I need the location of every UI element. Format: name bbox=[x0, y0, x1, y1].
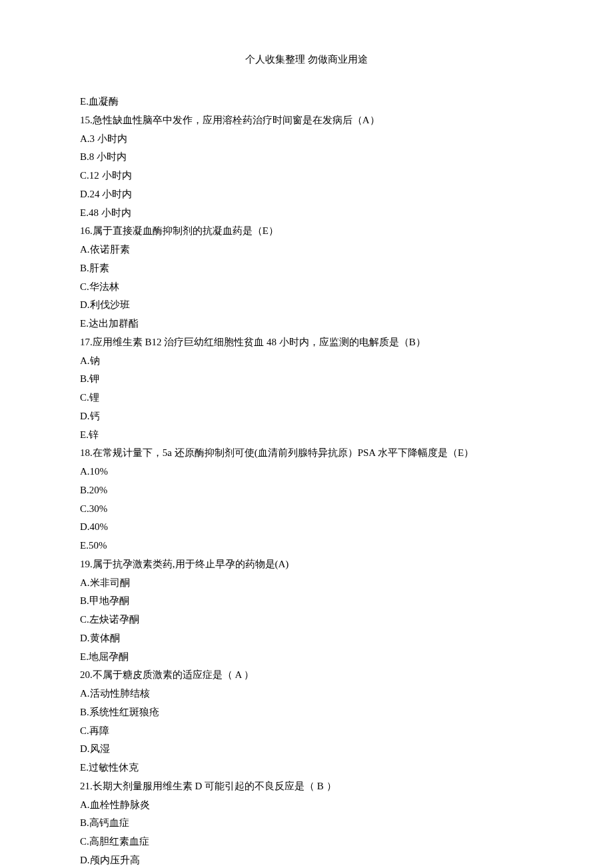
text-line: 15.急性缺血性脑卒中发作，应用溶栓药治疗时间窗是在发病后（A） bbox=[80, 111, 533, 130]
text-line: D.24 小时内 bbox=[80, 185, 533, 204]
text-line: B.甲地孕酮 bbox=[80, 592, 533, 611]
text-line: B.20% bbox=[80, 481, 533, 500]
text-line: B.钾 bbox=[80, 370, 533, 389]
text-line: E.锌 bbox=[80, 426, 533, 445]
text-line: 19.属于抗孕激素类药,用于终止早孕的药物是(A) bbox=[80, 555, 533, 574]
text-line: C.12 小时内 bbox=[80, 167, 533, 185]
text-line: D.钙 bbox=[80, 407, 533, 426]
document-content: E.血凝酶15.急性缺血性脑卒中发作，应用溶栓药治疗时间窗是在发病后（A）A.3… bbox=[80, 93, 533, 868]
text-line: A.米非司酮 bbox=[80, 574, 533, 593]
text-line: 21.长期大剂量服用维生素 D 可能引起的不良反应是（ B ） bbox=[80, 777, 533, 796]
text-line: C.30% bbox=[80, 500, 533, 519]
page-header: 个人收集整理 勿做商业用途 bbox=[80, 53, 533, 66]
text-line: D.黄体酮 bbox=[80, 629, 533, 648]
text-line: E.过敏性休克 bbox=[80, 759, 533, 777]
text-line: C.左炔诺孕酮 bbox=[80, 611, 533, 629]
text-line: B.8 小时内 bbox=[80, 148, 533, 167]
text-line: A.活动性肺结核 bbox=[80, 685, 533, 703]
text-line: B.高钙血症 bbox=[80, 814, 533, 833]
text-line: E.地屈孕酮 bbox=[80, 648, 533, 667]
text-line: A.依诺肝素 bbox=[80, 241, 533, 259]
document-page: 个人收集整理 勿做商业用途 E.血凝酶15.急性缺血性脑卒中发作，应用溶栓药治疗… bbox=[0, 0, 613, 868]
text-line: A.钠 bbox=[80, 352, 533, 371]
text-line: E.50% bbox=[80, 537, 533, 555]
text-line: C.再障 bbox=[80, 722, 533, 741]
text-line: D.利伐沙班 bbox=[80, 296, 533, 315]
text-line: D.40% bbox=[80, 518, 533, 537]
text-line: 16.属于直接凝血酶抑制剂的抗凝血药是（E） bbox=[80, 222, 533, 241]
text-line: D.颅内压升高 bbox=[80, 851, 533, 868]
text-line: B.肝素 bbox=[80, 259, 533, 278]
text-line: A.3 小时内 bbox=[80, 130, 533, 149]
text-line: E.血凝酶 bbox=[80, 93, 533, 111]
text-line: 17.应用维生素 B12 治疗巨幼红细胞性贫血 48 小时内，应监测的电解质是（… bbox=[80, 333, 533, 352]
text-line: E.达出加群酯 bbox=[80, 315, 533, 333]
text-line: A.10% bbox=[80, 463, 533, 481]
text-line: C.锂 bbox=[80, 389, 533, 407]
text-line: E.48 小时内 bbox=[80, 204, 533, 223]
text-line: D.风湿 bbox=[80, 740, 533, 759]
text-line: A.血栓性静脉炎 bbox=[80, 796, 533, 815]
text-line: 18.在常规计量下，5a 还原酶抑制剂可使(血清前列腺特异抗原）PSA 水平下降… bbox=[80, 444, 533, 463]
text-line: B.系统性红斑狼疮 bbox=[80, 703, 533, 722]
text-line: 20.不属于糖皮质激素的适应症是（ A ） bbox=[80, 666, 533, 685]
text-line: C.高胆红素血症 bbox=[80, 833, 533, 851]
text-line: C.华法林 bbox=[80, 278, 533, 297]
